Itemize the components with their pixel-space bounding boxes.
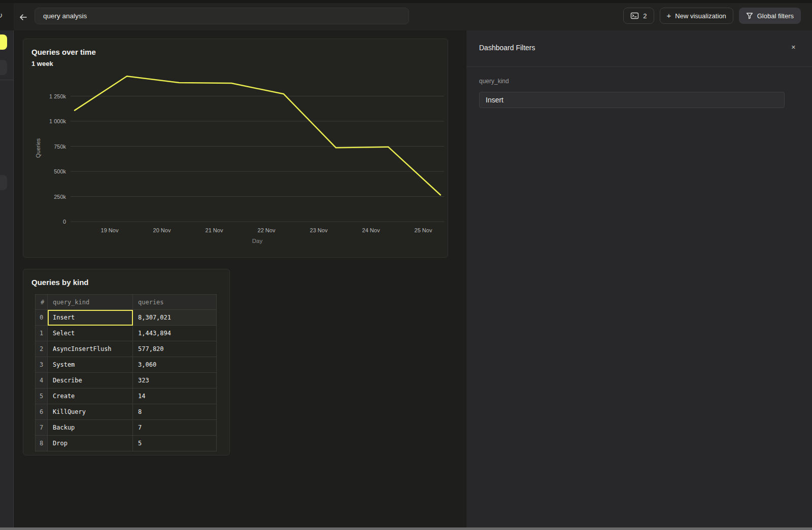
column-header: query_kind	[48, 295, 133, 310]
y-tick-label: 1 250k	[49, 93, 66, 99]
panel-divider	[466, 66, 812, 67]
global-filters-button[interactable]: Global filters	[739, 8, 801, 24]
sidebar-divider	[0, 80, 13, 80]
refresh-icon[interactable]: ↻	[0, 11, 3, 20]
table-cell[interactable]: AsyncInsertFlush	[48, 341, 133, 357]
table-row: 8Drop5	[36, 436, 217, 451]
x-tick-label: 19 Nov	[101, 227, 119, 233]
table-cell[interactable]: 3,060	[133, 357, 217, 373]
table-row: 1Select1,443,894	[36, 326, 217, 341]
x-tick-label: 25 Nov	[415, 227, 432, 233]
row-index-cell: 4	[36, 373, 48, 388]
table-row: 0Insert8,307,021	[36, 310, 217, 326]
window-bottom-edge	[0, 527, 812, 530]
sidebar-item-2[interactable]	[0, 60, 7, 75]
dashboard-title-input[interactable]	[35, 8, 409, 24]
table-cell[interactable]: Drop	[48, 436, 133, 451]
topbar-actions: 2 + New visualization Global filters	[623, 8, 801, 24]
row-index-cell: 0	[36, 310, 48, 326]
filters-panel-title: Dashboard Filters	[479, 44, 535, 52]
queries-by-kind-card: Queries by kind #query_kindqueries 0Inse…	[23, 269, 230, 455]
table-row: 6KillQuery8	[36, 404, 217, 420]
table-row: 2AsyncInsertFlush577,820	[36, 341, 217, 357]
table-cell[interactable]: 323	[133, 373, 217, 388]
column-header: #	[36, 295, 48, 310]
row-index-cell: 3	[36, 357, 48, 373]
table-cell[interactable]: 14	[133, 388, 217, 404]
back-button[interactable]	[18, 12, 28, 22]
table-header: #query_kindqueries	[36, 295, 217, 310]
column-header: queries	[133, 295, 217, 310]
row-index-cell: 5	[36, 388, 48, 404]
table-cell[interactable]: System	[48, 357, 133, 373]
dashboard-canvas: 0250k500k750k1 000k1 250k19 Nov20 Nov21 …	[14, 30, 466, 527]
x-tick-label: 21 Nov	[206, 227, 223, 233]
back-arrow-icon	[18, 12, 28, 22]
x-tick-label: 20 Nov	[153, 227, 171, 233]
table-cell[interactable]: Select	[48, 326, 133, 341]
row-index-cell: 1	[36, 326, 48, 341]
y-tick-label: 250k	[54, 194, 66, 200]
sidebar-item-3[interactable]	[0, 175, 7, 190]
table-row: 7Backup7	[36, 420, 217, 436]
y-tick-label: 0	[63, 219, 66, 225]
table-title: Queries by kind	[31, 278, 89, 287]
chart-subtitle: 1 week	[31, 60, 53, 67]
filter-field-label: query_kind	[479, 78, 509, 85]
table-cell[interactable]: Insert	[48, 310, 133, 326]
table-row: 5Create14	[36, 388, 217, 404]
console-button[interactable]: 2	[623, 8, 654, 24]
x-tick-label: 22 Nov	[258, 227, 276, 233]
x-tick-label: 23 Nov	[310, 227, 328, 233]
row-index-cell: 2	[36, 341, 48, 357]
table-cell[interactable]: 7	[133, 420, 217, 436]
table-cell[interactable]: 1,443,894	[133, 326, 217, 341]
table-cell[interactable]: KillQuery	[48, 404, 133, 420]
y-tick-label: 1 000k	[49, 118, 66, 124]
topbar: ↻ 2 + New visualization	[0, 3, 812, 30]
x-tick-label: 24 Nov	[362, 227, 380, 233]
sidebar-item-active[interactable]	[0, 34, 7, 50]
y-axis-title: Queries	[35, 138, 41, 158]
sidebar-top-strip: ↻	[0, 3, 14, 30]
row-index-cell: 6	[36, 404, 48, 420]
left-sidebar	[0, 30, 14, 527]
row-index-cell: 7	[36, 420, 48, 436]
queries-by-kind-table: #query_kindqueries 0Insert8,307,0211Sele…	[35, 294, 217, 451]
console-count-badge: 2	[643, 12, 647, 20]
x-axis-title: Day	[252, 238, 263, 244]
table-cell[interactable]: Create	[48, 388, 133, 404]
y-tick-label: 500k	[54, 168, 66, 174]
table-cell[interactable]: 5	[133, 436, 217, 451]
table-row: 3System3,060	[36, 357, 217, 373]
console-icon	[630, 12, 639, 20]
close-icon[interactable]: ✕	[791, 44, 796, 51]
queries-line-series	[75, 76, 441, 195]
table-cell[interactable]: 8,307,021	[133, 310, 217, 326]
table-row: 4Describe323	[36, 373, 217, 388]
table-cell[interactable]: Describe	[48, 373, 133, 388]
table-cell[interactable]: 8	[133, 404, 217, 420]
y-tick-label: 750k	[54, 144, 66, 150]
table-cell[interactable]: Backup	[48, 420, 133, 436]
new-visualization-button[interactable]: + New visualization	[660, 8, 733, 24]
query-kind-filter-input[interactable]	[479, 92, 785, 108]
global-filters-label: Global filters	[757, 12, 794, 20]
queries-over-time-card: 0250k500k750k1 000k1 250k19 Nov20 Nov21 …	[23, 39, 448, 258]
app-window: ↻ 2 + New visualization	[0, 0, 812, 530]
line-chart: 0250k500k750k1 000k1 250k19 Nov20 Nov21 …	[23, 39, 448, 257]
dashboard-filters-panel: Dashboard Filters ✕ query_kind	[466, 30, 812, 527]
row-index-cell: 8	[36, 436, 48, 451]
table-cell[interactable]: 577,820	[133, 341, 217, 357]
funnel-icon	[746, 12, 753, 19]
plus-icon: +	[667, 11, 671, 20]
chart-title: Queries over time	[31, 48, 96, 56]
new-visualization-label: New visualization	[675, 12, 726, 20]
